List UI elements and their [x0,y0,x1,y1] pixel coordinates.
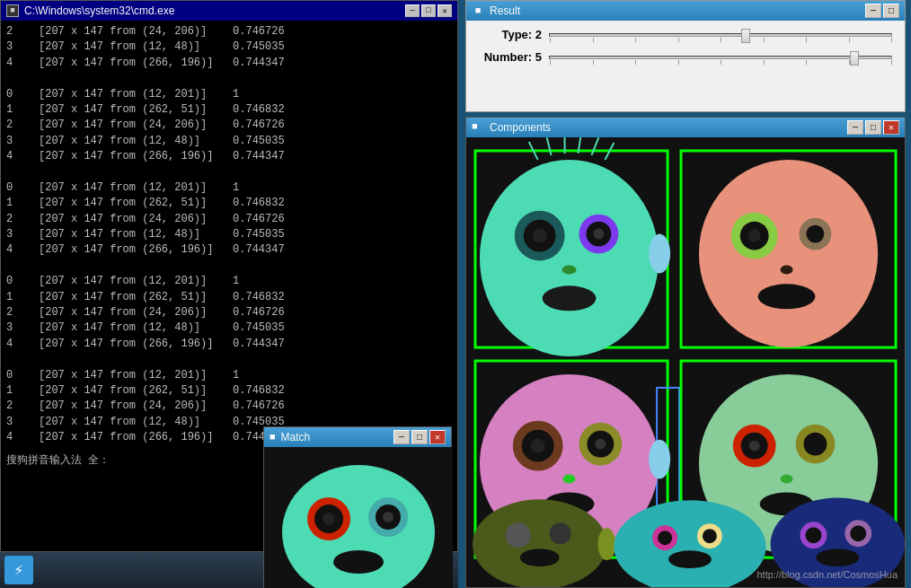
type-tick-8 [891,38,892,42]
cmd-title: C:\Windows\system32\cmd.exe [24,4,400,17]
svg-point-17 [649,234,670,274]
svg-point-14 [593,229,604,240]
cmd-line-12: 2 [207 x 147 from (24, 206)] 0.746726 [6,212,452,227]
type-tick-4 [721,38,721,42]
result-icon: ■ [472,4,484,17]
components-titlebar: ■ Components ─ □ ✕ [466,118,905,137]
match-icon: ■ [270,432,276,443]
cmd-line-10: 0 [207 x 147 from (12, 201)] 1 [6,180,452,196]
type-tick-0 [550,38,551,42]
svg-point-36 [563,474,576,483]
type-slider-row: Type: 2 [479,28,892,41]
cmd-line-3 [6,71,452,86]
cmd-minimize-button[interactable]: ─ [405,4,420,17]
svg-point-22 [748,230,761,242]
match-content [264,447,451,588]
match-minimize-button[interactable]: ─ [394,430,410,444]
svg-point-45 [803,433,827,456]
match-face-svg [264,447,453,588]
components-content: http://blog.csdn.net/CosmosHua [466,137,905,587]
cmd-line-14: 4 [207 x 147 from (266, 196)] 0.744347 [6,242,452,258]
cmd-line-20: 4 [207 x 147 from (266, 196)] 0.744347 [6,337,452,352]
cmd-line-19: 3 [207 x 147 from (12, 48)] 0.745035 [6,320,452,336]
num-tick-8 [891,60,892,65]
cmd-line-11: 1 [207 x 147 from (262, 51)] 0.746832 [6,196,452,211]
match-titlebar: ■ Match ─ □ ✕ [264,427,451,447]
result-titlebar-buttons: ─ □ [865,4,899,18]
number-slider-track[interactable] [549,56,892,59]
svg-point-57 [703,529,717,543]
num-tick-2 [635,60,636,65]
cmd-line-4: 0 [207 x 147 from (12, 201)] 1 [6,87,452,102]
components-icon: ■ [472,121,484,134]
type-label: Type: 2 [479,28,542,41]
type-tick-6 [806,38,807,42]
svg-point-69 [323,513,335,525]
type-tick-5 [764,38,765,42]
watermark: http://blog.csdn.net/CosmosHua [756,569,898,580]
match-titlebar-buttons: ─ □ ✕ [394,430,446,444]
svg-point-58 [668,550,712,568]
number-label: Number: 5 [479,50,542,64]
svg-point-38 [649,440,670,479]
svg-point-26 [758,284,816,309]
num-tick-3 [678,60,679,65]
result-titlebar: ■ Result ─ □ [466,1,905,21]
cmd-line-9 [6,165,452,180]
cmd-line-2: 4 [207 x 147 from (266, 196)] 0.744347 [6,56,452,71]
svg-point-63 [850,525,866,541]
svg-point-72 [383,512,394,522]
type-tick-1 [593,38,594,42]
lightning-icon: ⚡ [14,560,24,580]
type-tick-7 [849,38,850,42]
components-title: Components [490,121,842,134]
components-minimize-button[interactable]: ─ [847,120,863,135]
svg-point-32 [531,439,545,453]
cmd-line-23: 1 [207 x 147 from (262, 51)] 0.746832 [6,383,452,399]
match-window: ■ Match ─ □ ✕ [263,426,452,588]
cmd-line-8: 4 [207 x 147 from (266, 196)] 0.744347 [6,149,452,164]
match-close-button[interactable]: ✕ [429,430,446,444]
components-close-button[interactable]: ✕ [883,120,899,135]
result-content: Type: 2 Number: 5 [466,21,905,111]
result-maximize-button[interactable]: □ [883,4,899,18]
svg-point-50 [550,522,571,544]
type-slider-thumb[interactable] [741,29,750,43]
cmd-maximize-button[interactable]: □ [421,4,436,17]
svg-point-35 [595,439,606,450]
cmd-line-18: 2 [207 x 147 from (24, 206)] 0.746726 [6,305,452,320]
cmd-line-24: 2 [207 x 147 from (24, 206)] 0.746726 [6,399,452,414]
num-tick-7 [849,60,850,65]
components-maximize-button[interactable]: □ [865,120,881,135]
cmd-line-21 [6,352,452,367]
num-tick-6 [806,60,807,65]
svg-point-48 [473,499,606,587]
num-tick-1 [593,60,594,65]
cmd-titlebar-buttons: ─ □ ✕ [405,4,452,17]
num-tick-5 [764,60,765,65]
svg-point-52 [520,549,560,566]
svg-point-64 [816,549,859,566]
svg-point-51 [597,528,615,560]
result-minimize-button[interactable]: ─ [865,4,881,18]
match-maximize-button[interactable]: □ [411,430,428,444]
result-window: ■ Result ─ □ Type: 2 Number: 5 [465,0,906,112]
svg-point-43 [749,441,760,452]
svg-point-16 [543,285,597,311]
cmd-line-17: 1 [207 x 147 from (262, 51)] 0.746832 [6,290,452,305]
cmd-close-button[interactable]: ✕ [438,4,452,17]
svg-point-61 [805,527,821,543]
num-tick-4 [721,60,721,65]
cmd-icon: ■ [6,4,19,17]
type-slider-track[interactable] [549,33,892,37]
svg-point-46 [781,474,793,483]
components-window: ■ Components ─ □ ✕ [465,117,906,588]
svg-point-73 [333,550,384,574]
taskbar-app-icon[interactable]: ⚡ [4,556,33,584]
number-slider-thumb[interactable] [850,51,859,66]
svg-point-2 [480,160,659,356]
cmd-line-5: 1 [207 x 147 from (262, 51)] 0.746832 [6,102,452,118]
faces-svg [466,137,905,587]
num-tick-0 [550,60,551,65]
svg-point-25 [781,265,793,274]
